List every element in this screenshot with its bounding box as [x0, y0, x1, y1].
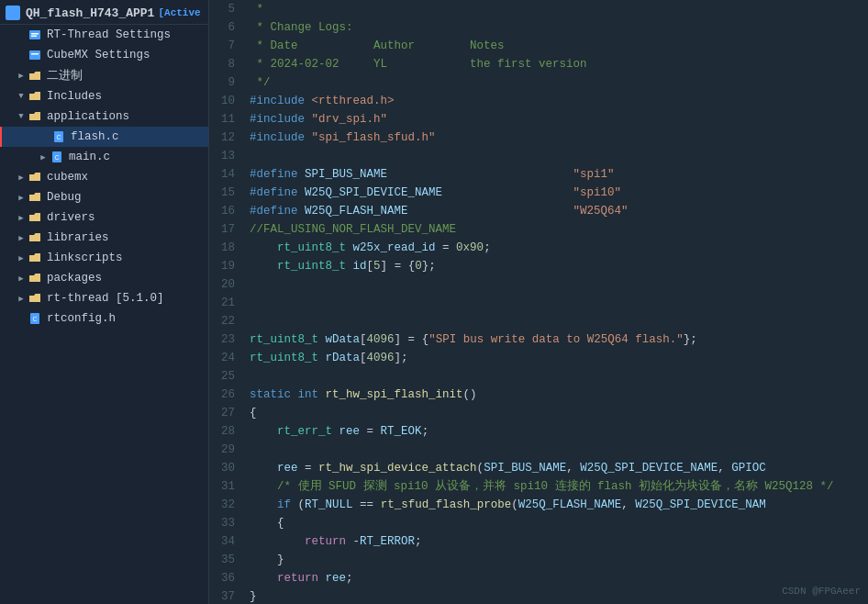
line-content [242, 294, 868, 312]
svg-rect-1 [31, 33, 39, 35]
sidebar-item-rt-thread-settings[interactable]: RT-Thread Settings [0, 25, 208, 45]
line-number: 22 [209, 312, 242, 330]
line-number: 37 [209, 587, 242, 604]
line-content: /* 使用 SFUD 探测 spi10 从设备，并将 spi10 连接的 fla… [242, 477, 868, 496]
line-content: */ [242, 73, 868, 92]
line-content: static int rt_hw_spi_flash_init() [242, 386, 868, 404]
sidebar-item-drivers[interactable]: drivers [0, 207, 208, 228]
line-content: } [242, 587, 868, 604]
sidebar-item-label: drivers [47, 211, 95, 224]
sidebar-header: QH_flash_H743_APP1 [Active [0, 2, 208, 25]
arrow-main-c [37, 151, 50, 163]
line-number: 35 [209, 551, 242, 569]
sidebar-item-main-c[interactable]: C main.c [0, 147, 208, 167]
watermark: CSDN @FPGAeer [782, 586, 861, 597]
code-table: 5 * 6 * Change Logs: 7 * Date Author Not… [209, 0, 868, 604]
folder-binary-icon [28, 69, 42, 84]
line-content: { [242, 514, 868, 532]
folder-libraries-icon [28, 230, 42, 245]
line-number: 21 [209, 294, 242, 312]
line-content: #define W25Q_SPI_DEVICE_NAME "spi10" [242, 184, 868, 202]
line-content: if (RT_NULL == rt_sfud_flash_probe(W25Q_… [242, 496, 868, 514]
sidebar-item-label: CubeMX Settings [47, 49, 150, 62]
line-content: ree = rt_hw_spi_device_attach(SPI_BUS_NA… [242, 459, 868, 477]
table-row: 18 rt_uint8_t w25x_read_id = 0x90; [209, 239, 868, 257]
line-number: 34 [209, 532, 242, 551]
line-number: 20 [209, 275, 242, 294]
line-number: 6 [209, 18, 242, 37]
sidebar-item-applications[interactable]: applications [0, 106, 208, 127]
sidebar-item-label: 二进制 [47, 68, 83, 84]
line-number: 14 [209, 165, 242, 184]
table-row: 16 #define W25Q_FLASH_NAME "W25Q64" [209, 202, 868, 220]
sidebar-item-includes[interactable]: Includes [0, 86, 208, 106]
table-row: 23 rt_uint8_t wData[4096] = {"SPI bus wr… [209, 330, 868, 349]
folder-packages-icon [28, 271, 42, 285]
line-content: rt_uint8_t wData[4096] = {"SPI bus write… [242, 330, 868, 349]
table-row: 31 /* 使用 SFUD 探测 spi10 从设备，并将 spi10 连接的 … [209, 477, 868, 496]
line-content: * [242, 0, 868, 18]
table-row: 24 rt_uint8_t rData[4096]; [209, 349, 868, 367]
sidebar-item-label: flash.c [71, 130, 119, 143]
table-row: 29 [209, 441, 868, 459]
sidebar-item-rt-thread[interactable]: rt-thread [5.1.0] [0, 288, 208, 308]
arrow-binary [15, 70, 28, 83]
folder-debug-icon [28, 190, 42, 205]
svg-rect-2 [31, 36, 37, 38]
sidebar-item-rtconfig-h[interactable]: C rtconfig.h [0, 308, 208, 329]
sidebar-item-debug[interactable]: Debug [0, 187, 208, 207]
table-row: 15 #define W25Q_SPI_DEVICE_NAME "spi10" [209, 184, 868, 202]
svg-rect-4 [31, 53, 39, 55]
table-row: 8 * 2024-02-02 YL the first version [209, 55, 868, 73]
table-row: 12 #include "spi_flash_sfud.h" [209, 129, 868, 147]
file-c-icon: C [51, 129, 66, 144]
line-number: 9 [209, 73, 242, 92]
line-content: { [242, 404, 868, 422]
arrow-rt-thread [15, 292, 28, 305]
app-title: QH_flash_H743_APP1 [26, 6, 154, 20]
sidebar-item-label: rtconfig.h [47, 312, 116, 325]
line-content: #include "drv_spi.h" [242, 110, 868, 129]
sidebar-item-label: cubemx [47, 171, 88, 184]
arrow-drivers [15, 211, 28, 224]
svg-rect-0 [29, 30, 40, 39]
sidebar-item-cubemx-settings[interactable]: CubeMX Settings [0, 45, 208, 65]
arrow-cubemx-folder [15, 171, 28, 184]
sidebar-item-libraries[interactable]: libraries [0, 228, 208, 248]
line-number: 36 [209, 569, 242, 587]
sidebar-item-binary[interactable]: 二进制 [0, 65, 208, 86]
line-content: * Change Logs: [242, 18, 868, 37]
sidebar-item-cubemx[interactable]: cubemx [0, 167, 208, 187]
line-content [242, 275, 868, 294]
arrow-linkscripts [15, 252, 28, 264]
line-number: 31 [209, 477, 242, 496]
table-row: 10 #include <rtthread.h> [209, 92, 868, 110]
line-content: #define SPI_BUS_NAME "spi1" [242, 165, 868, 184]
sidebar-item-label: applications [47, 110, 129, 123]
line-number: 23 [209, 330, 242, 349]
line-number: 10 [209, 92, 242, 110]
arrow-includes [15, 90, 28, 103]
line-content: #define W25Q_FLASH_NAME "W25Q64" [242, 202, 868, 220]
code-editor[interactable]: 5 * 6 * Change Logs: 7 * Date Author Not… [209, 0, 868, 604]
sidebar-item-linkscripts[interactable]: linkscripts [0, 248, 208, 268]
line-content: //FAL_USING_NOR_FLASH_DEV_NAME [242, 220, 868, 239]
sidebar-item-label: packages [47, 272, 102, 285]
table-row: 35 } [209, 551, 868, 569]
folder-cubemx-icon [28, 170, 42, 185]
line-content: * 2024-02-02 YL the first version [242, 55, 868, 73]
sidebar: QH_flash_H743_APP1 [Active RT-Thread Set… [0, 0, 209, 604]
folder-applications-icon [28, 109, 42, 124]
svg-text:C: C [56, 134, 61, 140]
line-number: 19 [209, 257, 242, 275]
sidebar-item-flash-c[interactable]: C flash.c [0, 127, 208, 147]
sidebar-item-label: linkscripts [47, 252, 123, 264]
line-content [242, 312, 868, 330]
line-content [242, 441, 868, 459]
line-number: 7 [209, 37, 242, 55]
arrow-libraries [15, 231, 28, 244]
sidebar-item-packages[interactable]: packages [0, 268, 208, 288]
line-number: 30 [209, 459, 242, 477]
table-row: 17 //FAL_USING_NOR_FLASH_DEV_NAME [209, 220, 868, 239]
line-number: 8 [209, 55, 242, 73]
